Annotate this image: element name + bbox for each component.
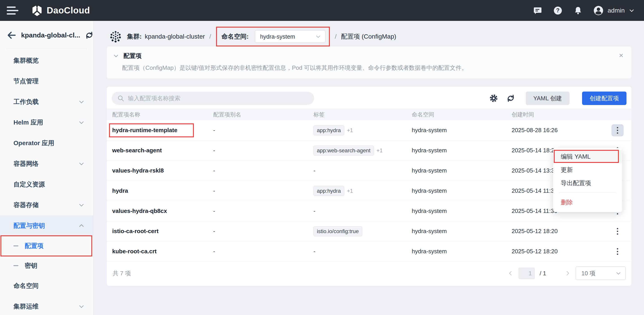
configmap-name-link[interactable]: istio-ca-root-cert xyxy=(112,228,159,234)
table-row: istio-ca-root-cert - istio.io/config:tru… xyxy=(107,221,632,242)
table-footer: 共 7 项 1 / 1 10 项 xyxy=(107,262,632,285)
column-header-created: 创建时间 xyxy=(506,111,606,118)
user-menu[interactable]: admin xyxy=(593,6,634,16)
row-actions-kebab-icon[interactable] xyxy=(612,246,624,258)
current-page-input[interactable]: 1 xyxy=(518,268,535,279)
notification-bell-icon[interactable] xyxy=(573,6,583,16)
page-size-value: 10 项 xyxy=(582,270,595,277)
submenu-dash-icon xyxy=(14,246,18,246)
brand-logo: DaoCloud xyxy=(31,4,90,16)
chevron-down-icon xyxy=(78,161,84,167)
daocloud-logo-icon xyxy=(31,4,43,16)
breadcrumb-namespace-label: 命名空间: xyxy=(222,32,248,41)
annotation-red-box-namespace: 命名空间: hydra-system xyxy=(216,27,330,46)
configmap-name-link[interactable]: values-hydra-rskl8 xyxy=(112,167,164,174)
menu-item-update[interactable]: 更新 xyxy=(553,163,622,176)
menu-item-delete[interactable]: 删除 xyxy=(553,196,622,209)
sidebar: kpanda-global-cl... 集群概览 节点管理 工作负载 Helm … xyxy=(0,21,93,315)
close-icon[interactable]: × xyxy=(619,52,623,59)
total-pages: / 1 xyxy=(540,270,546,277)
table-header: 配置项名称 配置项别名 标签 命名空间 创建时间 xyxy=(107,108,632,120)
avatar xyxy=(593,6,604,16)
menu-divider xyxy=(559,192,616,192)
label-chip: istio.io/config:true xyxy=(314,226,362,236)
table-row: web-search-agent - app:web-search-agent+… xyxy=(107,140,632,161)
prev-page-icon[interactable] xyxy=(507,270,514,276)
sidebar-item-container-storage[interactable]: 容器存储 xyxy=(0,195,93,216)
table-row: values-hydra-qb8cx - - hydra-system 2025… xyxy=(107,201,632,221)
configmap-name-link[interactable]: hydra-runtime-template xyxy=(112,127,177,134)
configmap-name-link[interactable]: web-search-agent xyxy=(112,147,162,154)
sidebar-item-config-and-secrets[interactable]: 配置与密钥 xyxy=(0,216,93,236)
label-more-count[interactable]: +1 xyxy=(347,188,353,194)
chevron-down-icon xyxy=(78,202,84,208)
hamburger-menu-icon[interactable] xyxy=(7,3,21,18)
svg-text:?: ? xyxy=(556,7,560,14)
search-input[interactable] xyxy=(128,95,298,102)
page-size-select[interactable]: 10 项 xyxy=(576,266,626,280)
back-arrow-icon[interactable] xyxy=(7,30,16,40)
user-chevron-down-icon xyxy=(629,8,634,14)
namespace-select-value: hydra-system xyxy=(260,33,295,40)
sidebar-item-workloads[interactable]: 工作负载 xyxy=(0,92,93,112)
label-chip: app:hydra xyxy=(314,126,344,135)
brand-name: DaoCloud xyxy=(47,6,90,16)
sidebar-item-custom-resources[interactable]: 自定义资源 xyxy=(0,174,93,195)
table-row: kube-root-ca.crt - - hydra-system 2025-0… xyxy=(107,242,632,262)
chevron-up-icon xyxy=(78,222,84,229)
menu-item-export-configmap[interactable]: 导出配置项 xyxy=(553,176,622,190)
create-configmap-button[interactable]: 创建配置项 xyxy=(582,92,626,105)
table-row: hydra-runtime-template - app:hydra+1 hyd… xyxy=(107,120,632,140)
search-icon xyxy=(117,95,124,102)
chevron-down-icon xyxy=(78,119,84,126)
menu-item-edit-yaml[interactable]: 编辑 YAML xyxy=(553,150,622,163)
breadcrumb: 集群: kpanda-global-cluster / 命名空间: hydra-… xyxy=(93,21,644,46)
breadcrumb-cluster-label: 集群: xyxy=(127,32,142,41)
yaml-create-button[interactable]: YAML 创建 xyxy=(526,92,570,105)
label-chip: app:hydra xyxy=(314,186,344,196)
label-more-count[interactable]: +1 xyxy=(376,148,382,154)
configmap-name-link[interactable]: values-hydra-qb8cx xyxy=(112,208,167,214)
configmap-table-card: YAML 创建 创建配置项 配置项名称 配置项别名 标签 命名空间 创建时间 h… xyxy=(107,86,632,286)
table-row: values-hydra-rskl8 - - hydra-system 2025… xyxy=(107,161,632,181)
help-icon[interactable]: ? xyxy=(553,6,563,16)
column-header-labels: 标签 xyxy=(308,111,406,118)
sidebar-item-operator-apps[interactable]: Operator 应用 xyxy=(0,133,93,154)
column-header-alias: 配置项别名 xyxy=(208,111,308,118)
cluster-name[interactable]: kpanda-global-cl... xyxy=(21,32,80,39)
column-header-name: 配置项名称 xyxy=(107,111,208,118)
configmap-name-link[interactable]: kube-root-ca.crt xyxy=(112,248,156,255)
username: admin xyxy=(608,7,625,14)
refresh-icon[interactable] xyxy=(506,93,516,104)
label-chip: app:web-search-agent xyxy=(314,146,374,156)
sidebar-item-container-network[interactable]: 容器网络 xyxy=(0,154,93,174)
gear-icon[interactable] xyxy=(488,93,499,104)
search-box[interactable] xyxy=(112,92,314,105)
row-context-menu: 编辑 YAML 更新 导出配置项 删除 xyxy=(553,148,622,212)
configmap-name-link[interactable]: hydra xyxy=(112,187,128,194)
chevron-down-icon xyxy=(315,34,321,40)
namespace-select[interactable]: hydra-system xyxy=(255,30,325,43)
topbar: DaoCloud ? xyxy=(0,0,644,21)
label-more-count[interactable]: +1 xyxy=(347,127,353,133)
collapse-chevron-icon[interactable] xyxy=(113,53,119,59)
chevron-down-icon xyxy=(616,270,621,276)
sidebar-item-configmaps[interactable]: 配置项 xyxy=(0,236,93,256)
total-count: 共 7 项 xyxy=(113,270,131,277)
row-actions-kebab-icon[interactable] xyxy=(612,124,624,136)
submenu-dash-icon xyxy=(14,265,18,266)
row-actions-kebab-icon[interactable] xyxy=(612,225,624,237)
sidebar-divider xyxy=(6,49,87,49)
sidebar-item-helm-apps[interactable]: Helm 应用 xyxy=(0,112,93,133)
next-page-icon[interactable] xyxy=(564,270,571,276)
cluster-dots-icon xyxy=(109,30,122,43)
breadcrumb-cluster-value[interactable]: kpanda-global-cluster xyxy=(145,33,205,40)
sidebar-item-node-management[interactable]: 节点管理 xyxy=(0,71,93,92)
sidebar-item-namespaces[interactable]: 命名空间 xyxy=(0,276,93,296)
sidebar-item-secrets[interactable]: 密钥 xyxy=(0,256,93,276)
sidebar-item-cluster-overview[interactable]: 集群概览 xyxy=(0,50,93,71)
message-icon[interactable] xyxy=(533,6,542,16)
switch-cluster-icon[interactable] xyxy=(84,30,94,40)
info-banner: 配置项 配置项（ConfigMap）是以键/值对形式保存的非机密性配置信息，Po… xyxy=(107,46,632,78)
sidebar-item-cluster-ops[interactable]: 集群运维 xyxy=(0,296,93,315)
